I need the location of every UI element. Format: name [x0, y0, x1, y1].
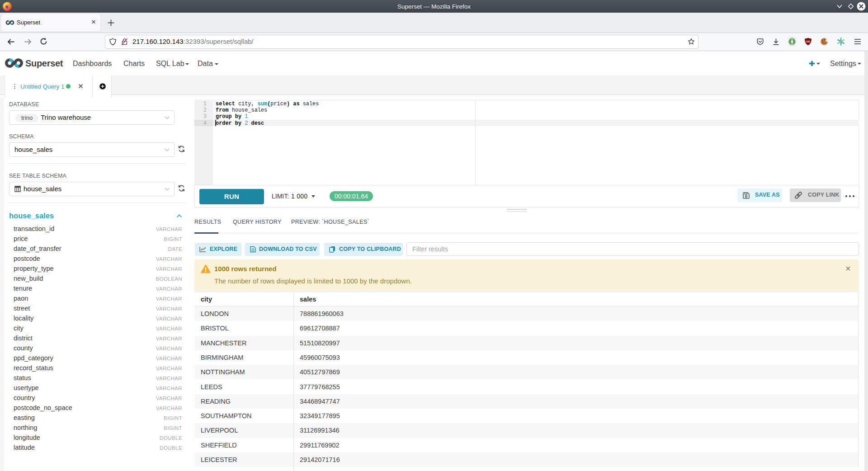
svg-text:UO: UO: [806, 40, 810, 43]
